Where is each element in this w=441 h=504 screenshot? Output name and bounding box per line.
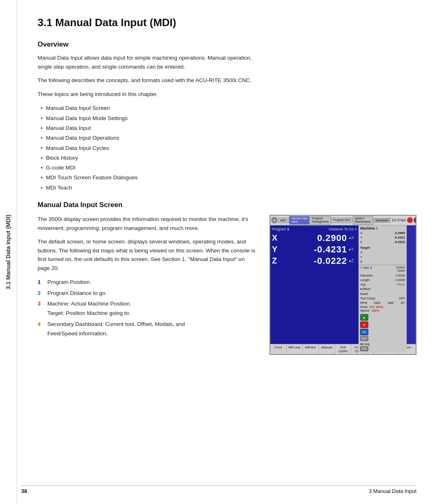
cnc-rpm-label: RPM [360,301,367,305]
cnc-grey-btn-1[interactable]: OFF [360,336,368,341]
num-badge-3: 3 [38,299,43,318]
cnc-grey-btn-2[interactable]: OFF [360,346,368,351]
cnc-machine-x-val: 0.2900 [395,231,405,235]
cnc-ry-label: RY [401,301,405,305]
cnc-feed-row: Feed: 0.0 100% [360,305,405,309]
overview-heading: Overview [38,40,416,49]
cnc-manual-input-btn[interactable]: Manual DataInput [289,216,310,225]
cnc-distance-num: 2 [355,227,357,231]
cnc-target-x: X [360,250,405,254]
cnc-tool-header: 4 Tool: 0 [360,266,372,270]
cnc-machine-y-val: -0.4231 [394,235,405,240]
cnc-target-y: Y [360,255,405,259]
footer-page-number: 38 [21,488,27,494]
overview-bullet-list: Manual Data Input Screen Manual Data Inp… [41,103,416,193]
num-badge-4: 4 [38,320,43,339]
cnc-shutdown-btn[interactable]: Shutdown [374,218,390,223]
cnc-button-row-2: ■ [360,321,405,328]
cnc-screen-column: ● ABC Manual DataInput ProgramManagement… [270,215,416,355]
cnc-dwell-label: Dwell: [360,292,368,296]
cnc-body: Program 1 Distance To Go 2 X 0.2900 ●X Y… [270,225,416,344]
cnc-y-tag: ●Y [349,247,357,252]
cnc-program-num: 1 [287,227,289,231]
cnc-target-label: Target [360,246,405,250]
cnc-right-wrapper: Machine 3 X 0.2900 Y -0.4231 [359,225,416,344]
cnc-machine-section: Machine 3 X 0.2900 Y -0.4231 [359,225,407,265]
cnc-tool-callout: 4 [360,266,362,270]
cnc-abs-label: ABS [388,301,394,305]
cnc-machine-z-label: Z [360,240,362,244]
cnc-screen-overlay: ● ABC Manual DataInput ProgramManagement… [270,215,416,355]
cnc-z-label: Z [272,256,281,265]
page-footer: 38 3 Manual Data Input [21,485,416,494]
status-icon-dark [414,217,416,223]
cnc-custom-cycles-label: CustomCycles [396,266,405,272]
cnc-green-btn-1[interactable]: ▶ [360,314,368,321]
cnc-jog-label: Jog: [360,282,366,287]
cnc-machine-y: Y -0.4231 [360,235,405,240]
status-icon-red [407,217,413,223]
cnc-softkey-drill[interactable]: DrillCycles [335,344,352,354]
cnc-length-label: Length: [360,278,370,282]
cnc-status-icons [407,217,416,223]
cnc-toolcomp-row: Tool Comp: OFF [360,296,405,301]
cnc-program-run-btn[interactable]: Program Run [331,218,352,223]
cnc-jog-row: Jog: FEED [360,282,405,287]
num-badge-2: 2 [38,289,43,298]
cnc-x-tag: ●X [349,236,357,240]
cnc-diameter-val: 0.0000 [396,273,405,278]
cnc-tool-section: 4 Tool: 0 CustomCycles Diameter: 0 [359,265,407,352]
cnc-distance-label: Distance To Go 2 [329,227,357,231]
cnc-max-label: MAX [374,301,381,305]
cnc-button-row-3: M1 [360,329,405,335]
cnc-machine-callout: 3 [376,226,378,230]
cnc-program-mgmt-btn[interactable]: ProgramManagement [310,216,331,225]
cnc-diameter-label: Diameter: [360,273,374,278]
cnc-dwell-row: Dwell: [360,292,405,296]
cnc-length-row: Length: 0.0000 [360,278,405,282]
cnc-system-btn[interactable]: SystemMaintenance [353,216,373,225]
cnc-z-value: -0.0222 [281,256,347,266]
cnc-modals-row: RPM MAX ABS RY [360,301,405,305]
cnc-red-btn[interactable]: ■ [360,321,368,328]
cnc-target-z: Z [360,259,405,264]
numbered-item-3: 3 Machine: Actual Machine Position.Targe… [38,299,257,318]
cnc-softkey-mill-line[interactable]: Mill Line [287,344,303,354]
cnc-button-row-4: OFF [360,336,405,341]
numbered-item-1: 1 Program Position. [38,278,257,287]
bullet-item-6: Block History [41,153,416,163]
cnc-softkey-mill-arc[interactable]: Mill Arc [303,344,319,354]
cnc-blk-skip-label: Blk Skip [360,343,405,346]
cnc-diameter-row: Diameter: 0.0000 [360,273,405,278]
overview-para-3: These topics are being introduced in thi… [38,90,266,99]
cnc-blue-btn[interactable]: M1 [360,329,368,335]
bullet-item-7: G-code MDI [41,163,416,173]
numbered-item-2-text: Program Distance to go. [47,289,107,298]
chapter-title: 3.1 Manual Data Input (MDI) [38,16,416,29]
cnc-abc-btn[interactable]: ABC [278,218,289,223]
main-content: 3.1 Manual Data Input (MDI) Overview Man… [21,0,441,379]
cnc-offset-row: ●Offset: [360,287,405,291]
cnc-machine-label: Machine 3 [360,226,405,230]
cnc-toolcomp-val: OFF [399,296,405,301]
cnc-speed-pct: 100% [372,309,379,312]
cnc-softkey-conv[interactable]: Conv [270,344,287,354]
sidebar-label: 3.1 Manual Data Input (MDI) [0,0,17,504]
cnc-screen: ● ABC Manual DataInput ProgramManagement… [270,215,416,355]
cnc-button-row-1: ▶ [360,314,405,321]
bullet-item-3: Manual Data Input [41,123,416,133]
cnc-machine-x-label: X [360,231,362,235]
numbered-item-1-text: Program Position. [47,278,91,287]
bullet-item-8: MDI Touch Screen Feature Dialogues [41,173,416,183]
cnc-target-x-label: X [360,250,362,254]
two-col-layout: The 3500i display screen provides the in… [38,215,416,355]
overview-para-1: Manual Data Input allows data input for … [38,54,266,71]
cnc-toolcomp-label: Tool Comp: [360,296,376,301]
cnc-right-panel: Machine 3 X 0.2900 Y -0.4231 [359,225,407,344]
cnc-program-bar: Program 1 Distance To Go 2 [272,227,357,231]
bullet-item-9: MDI Teach [41,183,416,193]
cnc-speed-label: Speed: [360,309,370,312]
cnc-softkey-manual[interactable]: Manual [319,344,335,354]
cnc-feed-label: Feed: [360,305,368,309]
cnc-jog-val: FEED [397,282,405,287]
